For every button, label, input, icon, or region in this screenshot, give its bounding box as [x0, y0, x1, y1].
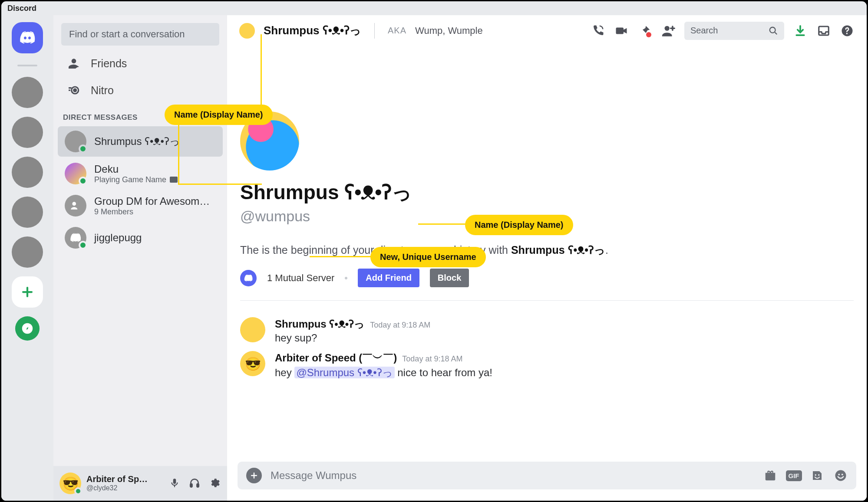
compass-icon	[21, 322, 33, 335]
svg-point-17	[838, 474, 840, 476]
dm-begin-text: The is the beginning of your direct mess…	[240, 243, 854, 257]
start-video-call-button[interactable]	[614, 23, 629, 38]
message-author[interactable]: Shrumpus ʕ•ᴥ•ʔっ	[275, 317, 365, 331]
phone-icon	[591, 24, 604, 37]
search-placeholder: Find or start a conversation	[69, 29, 185, 40]
rich-presence-icon	[170, 177, 178, 183]
mention[interactable]: @Shrumpus ʕ•ᴥ•ʔっ	[294, 367, 394, 378]
explore-servers-button[interactable]	[15, 316, 40, 341]
mutual-server-text[interactable]: 1 Mutual Server	[267, 272, 334, 284]
dm-subtext: 9 Members	[94, 207, 210, 217]
add-user-icon	[661, 23, 676, 38]
dm-item-group[interactable]: Group DM for Awesom… 9 Members	[58, 190, 223, 221]
svg-point-14	[815, 474, 817, 476]
message-divider	[240, 300, 854, 301]
download-icon	[794, 24, 807, 37]
dm-name: Deku	[94, 163, 178, 175]
svg-point-16	[835, 470, 846, 481]
server-2[interactable]	[12, 117, 43, 148]
window-titlebar: Discord	[1, 1, 867, 15]
add-friends-to-dm-button[interactable]	[661, 23, 676, 38]
message-avatar[interactable]	[240, 317, 265, 342]
start-voice-call-button[interactable]	[591, 23, 605, 38]
avatar	[65, 195, 86, 217]
user-settings-button[interactable]	[209, 477, 221, 489]
discord-logo-icon	[19, 29, 36, 46]
help-button[interactable]	[840, 23, 855, 38]
avatar	[65, 131, 86, 152]
dm-subtext: Playing Game Name	[94, 175, 178, 184]
header-divider	[374, 23, 375, 39]
notification-dot-icon	[646, 32, 651, 37]
annotation-line	[261, 34, 262, 114]
composer-placeholder: Message Wumpus	[271, 469, 755, 482]
message-avatar[interactable]: 😎	[240, 351, 265, 376]
gif-icon: GIF	[786, 470, 802, 481]
message-composer[interactable]: Message Wumpus GIF	[238, 462, 856, 489]
profile-display-name: Shrumpus ʕ•ᴥ•ʔっ	[240, 179, 854, 206]
chat-header: Shrumpus ʕ•ᴥ•ʔっ AKA Wump, Wumple Search	[227, 15, 867, 46]
video-icon	[615, 24, 628, 37]
svg-rect-6	[616, 27, 624, 34]
message-search[interactable]: Search	[684, 22, 784, 40]
nav-friends[interactable]: Friends	[53, 50, 227, 77]
svg-point-15	[818, 474, 820, 476]
self-display-name: Arbiter of Sp…	[86, 474, 148, 484]
mic-icon	[169, 477, 180, 489]
inbox-button[interactable]	[816, 23, 831, 38]
pinned-messages-button[interactable]	[637, 23, 652, 38]
message: 😎 Arbiter of Speed (￣︶￣) Today at 9:18 A…	[240, 348, 854, 383]
gif-button[interactable]: GIF	[787, 469, 801, 482]
annotation-line	[418, 223, 470, 225]
dm-item-shrumpus[interactable]: Shrumpus ʕ•ᴥ•ʔっ	[58, 126, 223, 157]
dm-item-jigglepugg[interactable]: jigglepugg	[58, 223, 223, 253]
mutual-server-icon[interactable]	[240, 270, 257, 286]
mute-mic-button[interactable]	[169, 477, 181, 489]
discord-logo-icon	[244, 273, 253, 283]
svg-point-11	[846, 33, 848, 34]
self-username: @clyde32	[86, 484, 148, 492]
message-text: hey @Shrumpus ʕ•ᴥ•ʔっ nice to hear from y…	[275, 366, 492, 380]
message: Shrumpus ʕ•ᴥ•ʔっ Today at 9:18 AM hey sup…	[240, 314, 854, 348]
separator-dot	[345, 277, 347, 279]
server-5[interactable]	[12, 236, 43, 268]
self-user-panel: 😎 Arbiter of Sp… @clyde32	[53, 466, 227, 501]
svg-rect-4	[190, 484, 192, 487]
svg-rect-13	[766, 473, 776, 475]
nav-nitro-label: Nitro	[91, 84, 114, 97]
add-server-button[interactable]	[12, 276, 43, 308]
gear-icon	[209, 477, 220, 489]
message-timestamp: Today at 9:18 AM	[370, 321, 430, 330]
attach-button[interactable]	[246, 468, 262, 483]
gift-icon	[764, 469, 777, 482]
dm-profile-header: Shrumpus ʕ•ᴥ•ʔっ @wumpus The is the begin…	[240, 59, 854, 287]
deafen-button[interactable]	[189, 477, 201, 489]
annotation-line	[310, 256, 375, 257]
inbox-download-button[interactable]	[793, 23, 808, 38]
conversation-search[interactable]: Find or start a conversation	[61, 23, 219, 46]
plus-icon	[250, 471, 258, 480]
annotation-line	[178, 184, 262, 185]
emoji-button[interactable]	[834, 469, 848, 482]
header-avatar	[239, 23, 255, 39]
avatar	[65, 163, 86, 184]
chat-main: Shrumpus ʕ•ᴥ•ʔっ AKA Wump, Wumple Search	[227, 15, 867, 501]
server-1[interactable]	[12, 77, 43, 108]
self-avatar[interactable]: 😎	[59, 472, 81, 494]
nitro-icon	[66, 83, 81, 98]
annotation-callout: Name (Display Name)	[465, 215, 573, 235]
sticker-button[interactable]	[810, 469, 824, 482]
svg-point-18	[842, 474, 843, 476]
add-friend-button[interactable]: Add Friend	[358, 269, 419, 287]
gift-button[interactable]	[763, 469, 777, 482]
nav-nitro[interactable]: Nitro	[53, 77, 227, 104]
search-icon	[769, 26, 778, 36]
server-3[interactable]	[12, 157, 43, 188]
server-4[interactable]	[12, 197, 43, 228]
block-button[interactable]: Block	[430, 269, 469, 287]
headphones-icon	[189, 477, 200, 489]
message-author[interactable]: Arbiter of Speed (￣︶￣)	[275, 351, 397, 365]
home-button[interactable]	[12, 22, 43, 53]
friends-icon	[66, 56, 81, 71]
annotation-callout: New, Unique Username	[370, 247, 486, 267]
